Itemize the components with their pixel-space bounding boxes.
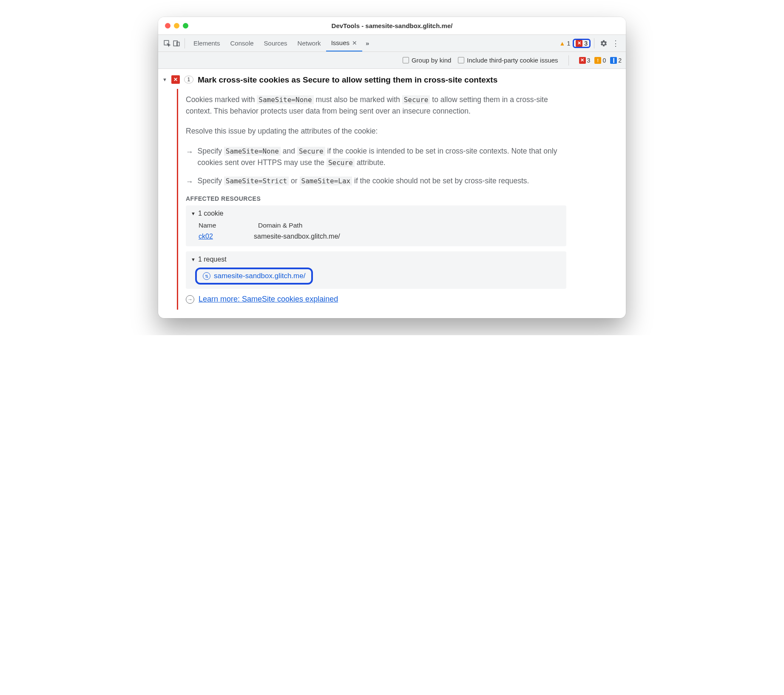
- warning-count[interactable]: ! 0: [594, 57, 606, 64]
- warning-icon: ▲: [560, 40, 565, 47]
- close-tab-icon[interactable]: ✕: [352, 40, 357, 46]
- inspect-element-icon[interactable]: [162, 39, 172, 48]
- requests-toggle[interactable]: ▼ 1 request: [191, 256, 561, 263]
- include-third-party-checkbox[interactable]: Include third-party cookie issues: [458, 57, 558, 64]
- tab-network[interactable]: Network: [293, 35, 326, 51]
- zoom-window-button[interactable]: [183, 23, 188, 28]
- message-icon: ❙: [610, 57, 617, 64]
- issue-error-icon: ✕: [171, 75, 180, 84]
- warnings-badge[interactable]: ▲ 1: [557, 40, 573, 47]
- main-toolbar: Elements Console Sources Network Issues …: [158, 35, 626, 52]
- affected-resources-heading: AFFECTED RESOURCES: [186, 195, 566, 202]
- request-link[interactable]: ⇅ samesite-sandbox.glitch.me/: [195, 268, 313, 285]
- error-count[interactable]: ✕ 3: [579, 57, 591, 64]
- more-tabs-button[interactable]: »: [362, 40, 372, 47]
- minimize-window-button[interactable]: [174, 23, 179, 28]
- window-title: DevTools - samesite-sandbox.glitch.me/: [158, 22, 626, 29]
- tab-elements[interactable]: Elements: [188, 35, 225, 51]
- issue-header[interactable]: ▼ ✕ 1 Mark cross-site cookies as Secure …: [158, 71, 626, 89]
- resolution-step-2: → Specify SameSite=Strict or SameSite=La…: [186, 175, 566, 188]
- issue-counters: ✕ 3 ! 0 ❙ 2: [579, 57, 622, 64]
- arrow-icon: →: [186, 175, 193, 188]
- issues-toolbar: Group by kind Include third-party cookie…: [158, 52, 626, 69]
- settings-icon[interactable]: [598, 40, 610, 47]
- caret-down-icon: ▼: [191, 257, 196, 262]
- issue-body: Cookies marked with SameSite=None must a…: [177, 89, 577, 310]
- learn-more-link[interactable]: Learn more: SameSite cookies explained: [199, 295, 338, 304]
- error-icon: ✕: [579, 57, 586, 64]
- cookie-table-header: Name Domain & Path: [191, 220, 561, 231]
- cookie-row: ck02 samesite-sandbox.glitch.me/: [191, 231, 561, 242]
- message-count[interactable]: ❙ 2: [610, 57, 622, 64]
- issue-description: Cookies marked with SameSite=None must a…: [186, 94, 566, 117]
- warning-icon: !: [594, 57, 601, 64]
- cookies-toggle[interactable]: ▼ 1 cookie: [191, 210, 561, 217]
- errors-badge[interactable]: ✕ 3: [573, 39, 591, 48]
- error-icon: ✕: [576, 40, 582, 47]
- device-toolbar-icon[interactable]: [172, 39, 181, 48]
- affected-requests-section: ▼ 1 request ⇅ samesite-sandbox.glitch.me…: [186, 251, 566, 289]
- more-options-icon[interactable]: ⋮: [610, 39, 622, 48]
- issue-title: Mark cross-site cookies as Secure to all…: [198, 75, 497, 85]
- resolution-step-1: → Specify SameSite=None and Secure if th…: [186, 145, 566, 168]
- cookie-domain: samesite-sandbox.glitch.me/: [254, 233, 340, 240]
- checkbox-icon: [403, 57, 409, 63]
- cookie-name-link[interactable]: ck02: [199, 233, 233, 240]
- code-samesite-none: SameSite=None: [257, 95, 313, 104]
- devtools-window: DevTools - samesite-sandbox.glitch.me/ E…: [158, 17, 626, 318]
- arrow-circle-icon: →: [186, 295, 194, 304]
- learn-more-row: → Learn more: SameSite cookies explained: [186, 295, 566, 304]
- caret-down-icon: ▼: [191, 211, 196, 216]
- separator: [594, 38, 594, 48]
- issue-count-badge: 1: [184, 76, 193, 83]
- separator: [185, 38, 185, 48]
- network-icon: ⇅: [203, 272, 210, 280]
- tab-sources[interactable]: Sources: [259, 35, 293, 51]
- titlebar: DevTools - samesite-sandbox.glitch.me/: [158, 17, 626, 35]
- code-secure: Secure: [402, 95, 430, 104]
- arrow-icon: →: [186, 145, 193, 168]
- group-by-kind-checkbox[interactable]: Group by kind: [403, 57, 451, 64]
- expand-toggle-icon[interactable]: ▼: [162, 75, 167, 82]
- window-controls: [165, 23, 188, 28]
- issues-panel: ▼ ✕ 1 Mark cross-site cookies as Secure …: [158, 69, 626, 318]
- affected-cookies-section: ▼ 1 cookie Name Domain & Path ck02 sames…: [186, 205, 566, 246]
- resolve-intro: Resolve this issue by updating the attri…: [186, 125, 566, 137]
- separator: [568, 55, 569, 66]
- close-window-button[interactable]: [165, 23, 170, 28]
- tab-issues[interactable]: Issues ✕: [326, 35, 362, 51]
- tab-console[interactable]: Console: [225, 35, 259, 51]
- checkbox-icon: [458, 57, 464, 63]
